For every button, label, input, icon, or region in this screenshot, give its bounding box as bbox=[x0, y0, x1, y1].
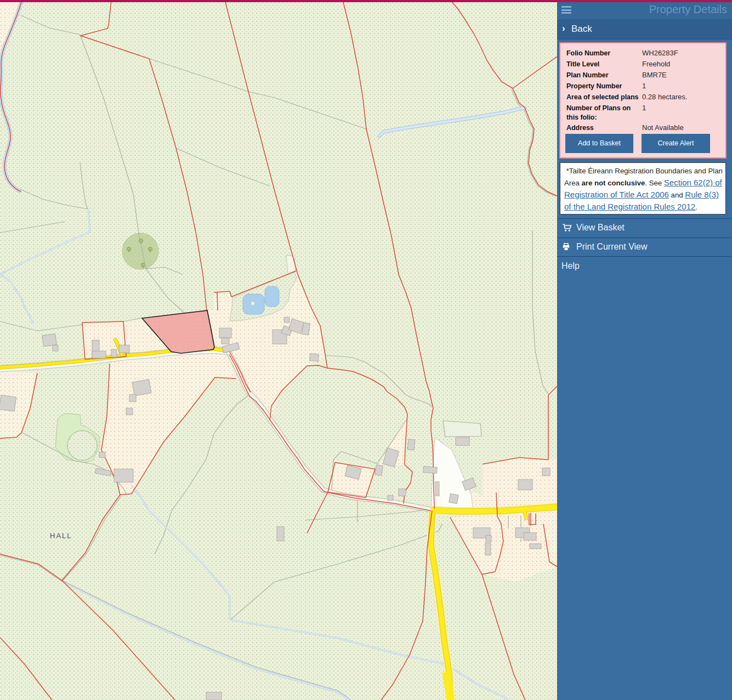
svg-text:HALL: HALL bbox=[50, 532, 72, 540]
